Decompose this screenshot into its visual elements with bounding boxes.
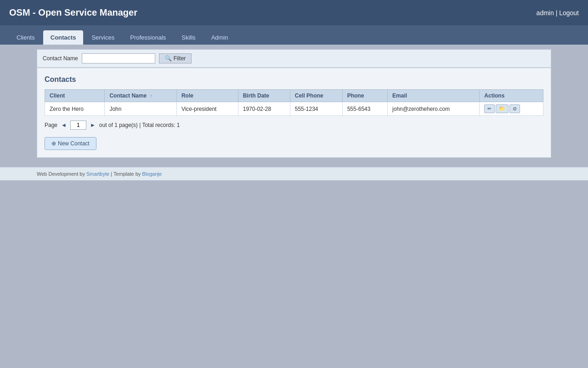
user-info: admin | Logout: [537, 9, 579, 17]
col-client: Client: [45, 90, 105, 102]
col-phone: Phone: [342, 90, 387, 102]
cell-birth_date: 1970-02-28: [238, 102, 290, 116]
search-icon: 🔍: [165, 55, 172, 62]
tab-services[interactable]: Services: [84, 30, 122, 45]
footer: Web Development by Smartbyte | Template …: [0, 167, 588, 180]
page-label: Page: [45, 122, 57, 128]
username: admin: [537, 9, 554, 17]
cell-phone: 555-6543: [342, 102, 387, 116]
footer-text-before-smartbyte: Web Development by: [37, 171, 86, 177]
page-number-input[interactable]: [70, 121, 86, 130]
cell-contact_name: John: [105, 102, 176, 116]
filter-bar: Contact Name 🔍 Filter: [37, 49, 551, 68]
header: OSM - Open Service Manager admin | Logou…: [0, 0, 588, 25]
col-actions: Actions: [480, 90, 543, 102]
total-pages-text: out of 1 page(s) | Total records: 1: [99, 122, 180, 128]
col-birth-date: Birth Date: [238, 90, 290, 102]
contact-name-label: Contact Name: [43, 55, 78, 62]
col-cell-phone: Cell Phone: [290, 90, 342, 102]
plus-icon: ⊕: [51, 140, 56, 147]
prev-page-button[interactable]: ◄: [60, 122, 68, 128]
new-contact-label: New Contact: [58, 140, 90, 147]
cell-cell_phone: 555-1234: [290, 102, 342, 116]
table-row: Zero the HeroJohnVice-president1970-02-2…: [45, 102, 543, 116]
bloganje-link[interactable]: Bloganje: [142, 171, 162, 177]
main-wrapper: Contact Name 🔍 Filter Contacts Client Co…: [0, 45, 588, 162]
app-title: OSM - Open Service Manager: [9, 7, 137, 18]
filter-button[interactable]: 🔍 Filter: [159, 53, 192, 63]
cell-role: Vice-president: [176, 102, 238, 116]
view-button[interactable]: 📁: [496, 104, 509, 113]
sort-icon: ↑: [150, 93, 152, 98]
col-contact-name[interactable]: Contact Name ↑: [105, 90, 176, 102]
contact-name-input[interactable]: [82, 53, 155, 63]
tab-clients[interactable]: Clients: [9, 30, 42, 45]
smartbyte-link[interactable]: Smartbyte: [86, 171, 109, 177]
tab-professionals[interactable]: Professionals: [123, 30, 173, 45]
contacts-title: Contacts: [45, 75, 543, 84]
edit-button[interactable]: ✏: [484, 104, 495, 113]
col-role: Role: [176, 90, 238, 102]
filter-button-label: Filter: [174, 55, 186, 62]
cell-actions: ✏📁⊘: [480, 102, 543, 116]
footer-text-before-bloganje: | Template by: [109, 171, 142, 177]
tab-skills[interactable]: Skills: [174, 30, 203, 45]
next-page-button[interactable]: ►: [89, 122, 96, 128]
cell-client: Zero the Hero: [45, 102, 105, 116]
logout-link[interactable]: Logout: [559, 9, 579, 17]
table-header-row: Client Contact Name ↑ Role Birth Date Ce…: [45, 90, 543, 102]
new-contact-button[interactable]: ⊕ New Contact: [45, 137, 96, 150]
cell-email: john@zerothehero.com: [388, 102, 480, 116]
contacts-section: Contacts Client Contact Name ↑ Role Birt…: [37, 68, 551, 158]
tab-contacts[interactable]: Contacts: [43, 30, 84, 45]
col-email: Email: [388, 90, 480, 102]
contacts-tbody: Zero the HeroJohnVice-president1970-02-2…: [45, 102, 543, 116]
contacts-table: Client Contact Name ↑ Role Birth Date Ce…: [45, 89, 543, 116]
pagination: Page ◄ ► out of 1 page(s) | Total record…: [45, 121, 543, 130]
nav: Clients Contacts Services Professionals …: [0, 25, 588, 45]
delete-button[interactable]: ⊘: [509, 104, 520, 113]
tab-admin[interactable]: Admin: [204, 30, 236, 45]
